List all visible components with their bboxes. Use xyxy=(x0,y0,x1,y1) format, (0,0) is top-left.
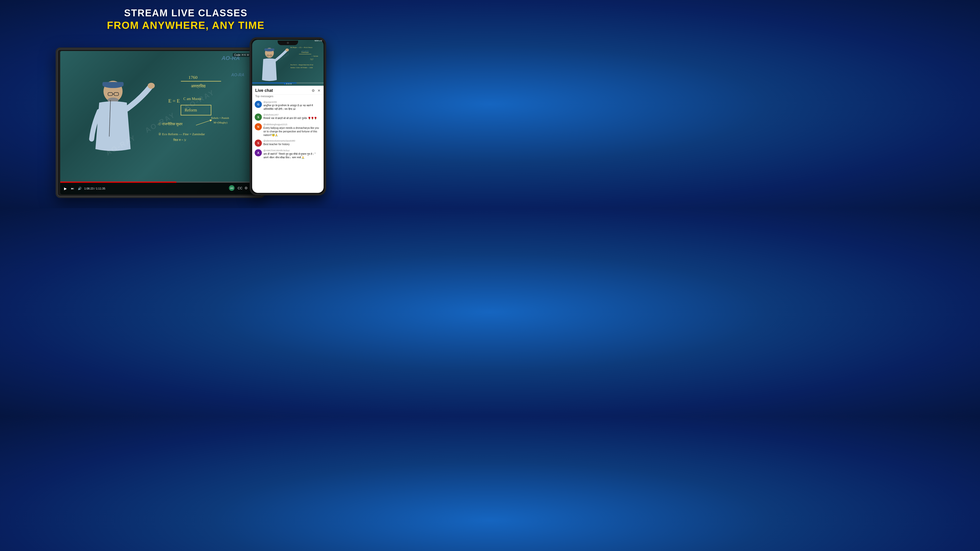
chat-avatar: A xyxy=(255,149,262,156)
svg-text:M=(Mughy): M=(Mughy) xyxy=(213,121,228,124)
chat-msg-content: @skshots1457 निस्वार्थ भाव से छात्रों को… xyxy=(263,114,321,120)
svg-text:Be Begin — (5) — B.k.h Strays: Be Begin — (5) — B.k.h Strays xyxy=(290,46,313,48)
chat-subtitle: Top messages xyxy=(252,95,324,99)
chat-settings-icon[interactable]: ⚙ xyxy=(312,89,315,93)
chat-msg-content: @gurjar4299 आधुनिक युग के पुनर्जागरण के … xyxy=(263,101,321,111)
svg-text:Subsidy | Colect 195 Widder — : Subsidy | Colect 195 Widder — strath xyxy=(290,67,313,68)
svg-text:E = E: E = E xyxy=(169,98,180,103)
svg-text:— favism: — favism xyxy=(311,55,318,57)
chat-text: आधुनिक युग के पुनर्जागरण के अग्रदूत है s… xyxy=(263,104,321,111)
chat-title: Live chat xyxy=(255,88,273,93)
chat-msg-content: @nikhilsinghrajput1515 Every kaliyug arj… xyxy=(263,123,321,137)
svg-point-28 xyxy=(285,48,289,52)
progress-bar-fill xyxy=(60,182,177,183)
svg-text:अस्त्रविद्य: अस्त्रविद्य xyxy=(191,84,206,89)
svg-line-17 xyxy=(196,120,211,125)
chat-text: आप ही कहते हैं " जिससे तुम कुछ सीखे वो त… xyxy=(263,152,321,159)
channel-logo: AO xyxy=(229,185,234,191)
chat-avatar: G xyxy=(255,101,262,108)
chat-message: S @skshots1457 निस्वार्थ भाव से छात्रों … xyxy=(255,114,321,121)
tablet-screen: AO-RAY AO-RAY AO-RAY AO-RA Code: H K W X… xyxy=(60,51,260,194)
phone-status-bar: NEW LTE xyxy=(314,40,322,41)
svg-text:AO-RA: AO-RA xyxy=(231,73,245,77)
svg-point-7 xyxy=(148,83,155,89)
dot-2 xyxy=(286,83,288,84)
chat-text: Best teacher for history xyxy=(263,143,321,146)
time-display: 1:06:23 / 1:11:35 xyxy=(84,187,105,190)
svg-text:717: 717 xyxy=(310,58,313,61)
tablet-video: AO-RAY AO-RAY AO-RAY AO-RA Code: H K W X… xyxy=(60,51,260,194)
chat-username: @silentrevolutionartsclass6480 xyxy=(263,140,321,142)
chat-text: Every kaliyug arjun needs a dronacharya … xyxy=(263,126,321,137)
chat-message: G @gurjar4299 आधुनिक युग के पुनर्जागरण क… xyxy=(255,101,321,111)
chat-close-icon[interactable]: ✕ xyxy=(318,89,321,93)
chat-avatar: S xyxy=(255,140,262,147)
video-controls-bar: ▶ ⏭ 🔊 1:06:23 / 1:11:35 AO CC xyxy=(60,182,260,194)
progress-bar-container[interactable] xyxy=(60,182,260,183)
svg-text:② Eco Reform — Fine = Zamindar: ② Eco Reform — Fine = Zamindar xyxy=(158,132,205,136)
dot-3 xyxy=(288,83,290,84)
chat-msg-content: @ANKITAKUMARI-bc5uz आप ही कहते हैं " जिस… xyxy=(263,149,321,159)
page-header: STREAM LIVE CLASSES FROM ANYWHERE, ANY T… xyxy=(0,0,372,31)
live-chat-panel: Live chat ⚙ ✕ Top messages G @gurjar4299… xyxy=(252,86,324,193)
chat-message: A @ANKITAKUMARI-bc5uz आप ही कहते हैं " ज… xyxy=(255,149,321,159)
chat-avatar: N xyxy=(255,123,262,130)
phone-camera xyxy=(287,42,289,44)
svg-text:Rebels = Punish: Rebels = Punish xyxy=(211,116,229,119)
chat-username: @gurjar4299 xyxy=(263,101,321,103)
chat-username: @nikhilsinghrajput1515 xyxy=(263,123,321,126)
dot-4 xyxy=(290,83,292,84)
chat-username: @ANKITAKUMARI-bc5uz xyxy=(263,149,321,152)
dot-1 xyxy=(284,83,286,84)
chat-message: N @nikhilsinghrajput1515 Every kaliyug a… xyxy=(255,123,321,137)
svg-rect-2 xyxy=(102,82,124,86)
skip-button[interactable]: ⏭ xyxy=(70,187,75,190)
settings-button[interactable]: ⚙ xyxy=(245,186,248,190)
chat-header-icons: ⚙ ✕ xyxy=(312,89,321,93)
header-line1: STREAM LIVE CLASSES xyxy=(0,8,372,19)
svg-text:Familisger: Familisger xyxy=(301,51,309,53)
phone-teacher-svg: Be Begin — (5) — B.k.h Strays AO-RAY Fam… xyxy=(252,40,324,86)
phone-notch xyxy=(278,41,298,45)
tablet-device: AO-RAY AO-RAY AO-RAY AO-RA Code: H K W X… xyxy=(56,48,265,198)
chat-username: @skshots1457 xyxy=(263,114,321,116)
svg-rect-25 xyxy=(264,48,274,51)
phone-video: AO-RAY AO-RAY Be Begin — (5) — B.k.h Str… xyxy=(252,40,324,86)
phone-video-dots xyxy=(284,83,292,84)
chat-messages-list: G @gurjar4299 आधुनिक युग के पुनर्जागरण क… xyxy=(252,99,324,193)
chat-text: निस्वार्थ भाव से छात्रों को को ज्ञान देन… xyxy=(263,117,321,120)
play-button[interactable]: ▶ xyxy=(63,186,68,191)
chat-message: S @silentrevolutionartsclass6480 Best te… xyxy=(255,140,321,147)
devices-container: AO-RAY AO-RAY AO-RAY AO-RA Code: H K W X… xyxy=(45,37,326,208)
svg-text:1760: 1760 xyxy=(188,75,197,80)
chat-header: Live chat ⚙ ✕ xyxy=(252,86,324,95)
phone-screen: AO-RAY AO-RAY Be Begin — (5) — B.k.h Str… xyxy=(252,40,324,193)
chat-msg-content: @silentrevolutionartsclass6480 Best teac… xyxy=(263,140,321,146)
header-line2: FROM ANYWHERE, ANY TIME xyxy=(0,20,372,31)
phone-device: NEW LTE AO-RAY AO-RAY Be Be xyxy=(250,37,326,195)
subtitle-button[interactable]: CC xyxy=(238,186,242,190)
chat-avatar: S xyxy=(255,114,262,121)
volume-button[interactable]: 🔊 xyxy=(77,187,82,190)
svg-text:सिल रु = 3/: सिल रु = 3/ xyxy=(173,138,186,142)
svg-text:Free Pov'd — Bangal Ikkal Init: Free Pov'd — Bangal Ikkal Inity B Ser xyxy=(290,64,313,65)
